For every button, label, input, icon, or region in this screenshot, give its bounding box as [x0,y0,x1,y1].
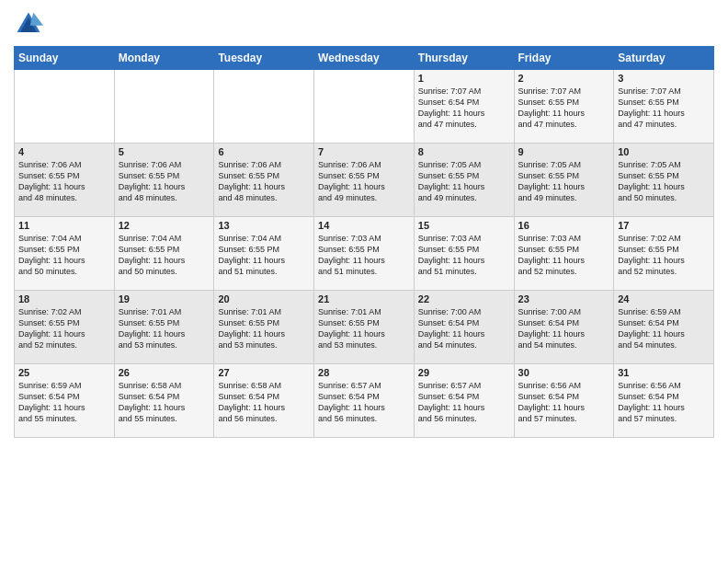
day-info: Sunrise: 7:02 AM Sunset: 6:55 PM Dayligh… [18,306,110,351]
day-number: 12 [119,220,210,231]
day-cell: 22Sunrise: 7:00 AM Sunset: 6:54 PM Dayli… [414,291,514,364]
day-cell: 23Sunrise: 7:00 AM Sunset: 6:54 PM Dayli… [514,291,614,364]
day-info: Sunrise: 7:04 AM Sunset: 6:55 PM Dayligh… [119,233,210,278]
header-cell-thursday: Thursday [414,47,514,70]
calendar-body: 1Sunrise: 7:07 AM Sunset: 6:54 PM Daylig… [15,70,714,438]
day-cell: 11Sunrise: 7:04 AM Sunset: 6:55 PM Dayli… [15,217,115,291]
day-number: 26 [119,367,210,378]
header-row: SundayMondayTuesdayWednesdayThursdayFrid… [15,47,714,70]
day-info: Sunrise: 6:56 AM Sunset: 6:54 PM Dayligh… [518,380,610,425]
day-number: 19 [119,293,210,304]
logo-icon [14,9,43,39]
logo [14,9,47,39]
week-row-1: 1Sunrise: 7:07 AM Sunset: 6:54 PM Daylig… [15,70,714,144]
day-info: Sunrise: 7:00 AM Sunset: 6:54 PM Dayligh… [518,306,610,351]
day-cell: 21Sunrise: 7:01 AM Sunset: 6:55 PM Dayli… [314,291,415,364]
header-cell-tuesday: Tuesday [214,47,314,70]
day-cell: 31Sunrise: 6:56 AM Sunset: 6:54 PM Dayli… [614,364,714,438]
day-cell: 6Sunrise: 7:06 AM Sunset: 6:55 PM Daylig… [214,144,314,217]
day-cell: 9Sunrise: 7:05 AM Sunset: 6:55 PM Daylig… [514,144,614,217]
day-cell [114,70,214,144]
day-number: 17 [618,220,710,231]
day-cell: 26Sunrise: 6:58 AM Sunset: 6:54 PM Dayli… [114,364,214,438]
day-cell [214,70,314,144]
day-number: 1 [418,73,510,84]
header-cell-saturday: Saturday [614,47,714,70]
day-cell: 12Sunrise: 7:04 AM Sunset: 6:55 PM Dayli… [114,217,214,291]
day-info: Sunrise: 6:59 AM Sunset: 6:54 PM Dayligh… [18,380,110,425]
day-info: Sunrise: 7:05 AM Sunset: 6:55 PM Dayligh… [418,159,510,204]
day-info: Sunrise: 7:05 AM Sunset: 6:55 PM Dayligh… [618,159,710,204]
header [14,9,714,39]
day-info: Sunrise: 6:58 AM Sunset: 6:54 PM Dayligh… [119,380,210,425]
day-cell: 13Sunrise: 7:04 AM Sunset: 6:55 PM Dayli… [214,217,314,291]
day-number: 31 [618,367,710,378]
day-info: Sunrise: 6:56 AM Sunset: 6:54 PM Dayligh… [618,380,710,425]
day-info: Sunrise: 6:58 AM Sunset: 6:54 PM Dayligh… [218,380,310,425]
day-cell: 17Sunrise: 7:02 AM Sunset: 6:55 PM Dayli… [614,217,714,291]
day-cell: 3Sunrise: 7:07 AM Sunset: 6:55 PM Daylig… [614,70,714,144]
day-number: 10 [618,146,710,157]
day-number: 8 [418,146,510,157]
day-info: Sunrise: 7:07 AM Sunset: 6:55 PM Dayligh… [518,86,610,131]
day-number: 22 [418,293,510,304]
day-number: 2 [518,73,610,84]
day-info: Sunrise: 7:04 AM Sunset: 6:55 PM Dayligh… [18,233,110,278]
day-number: 30 [518,367,610,378]
day-cell [15,70,115,144]
day-number: 18 [18,293,110,304]
day-cell: 30Sunrise: 6:56 AM Sunset: 6:54 PM Dayli… [514,364,614,438]
day-cell: 20Sunrise: 7:01 AM Sunset: 6:55 PM Dayli… [214,291,314,364]
day-number: 21 [318,293,410,304]
day-number: 15 [418,220,510,231]
day-cell: 7Sunrise: 7:06 AM Sunset: 6:55 PM Daylig… [314,144,415,217]
page: SundayMondayTuesdayWednesdayThursdayFrid… [0,0,728,563]
day-info: Sunrise: 7:01 AM Sunset: 6:55 PM Dayligh… [318,306,410,351]
day-cell: 10Sunrise: 7:05 AM Sunset: 6:55 PM Dayli… [614,144,714,217]
day-info: Sunrise: 7:01 AM Sunset: 6:55 PM Dayligh… [119,306,210,351]
day-cell [314,70,415,144]
day-info: Sunrise: 7:07 AM Sunset: 6:54 PM Dayligh… [418,86,510,131]
day-info: Sunrise: 7:02 AM Sunset: 6:55 PM Dayligh… [618,233,710,278]
day-number: 5 [119,146,210,157]
day-info: Sunrise: 7:05 AM Sunset: 6:55 PM Dayligh… [518,159,610,204]
day-number: 28 [318,367,410,378]
day-number: 13 [218,220,310,231]
day-cell: 2Sunrise: 7:07 AM Sunset: 6:55 PM Daylig… [514,70,614,144]
header-cell-monday: Monday [114,47,214,70]
day-info: Sunrise: 7:06 AM Sunset: 6:55 PM Dayligh… [318,159,410,204]
day-number: 7 [318,146,410,157]
svg-marker-2 [30,13,43,26]
day-cell: 4Sunrise: 7:06 AM Sunset: 6:55 PM Daylig… [15,144,115,217]
day-number: 4 [18,146,110,157]
day-number: 3 [618,73,710,84]
day-cell: 19Sunrise: 7:01 AM Sunset: 6:55 PM Dayli… [114,291,214,364]
day-number: 23 [518,293,610,304]
week-row-3: 11Sunrise: 7:04 AM Sunset: 6:55 PM Dayli… [15,217,714,291]
day-info: Sunrise: 7:07 AM Sunset: 6:55 PM Dayligh… [618,86,710,131]
day-cell: 5Sunrise: 7:06 AM Sunset: 6:55 PM Daylig… [114,144,214,217]
day-number: 16 [518,220,610,231]
day-info: Sunrise: 7:01 AM Sunset: 6:55 PM Dayligh… [218,306,310,351]
day-number: 14 [318,220,410,231]
day-info: Sunrise: 6:59 AM Sunset: 6:54 PM Dayligh… [618,306,710,351]
day-info: Sunrise: 6:57 AM Sunset: 6:54 PM Dayligh… [318,380,410,425]
day-number: 24 [618,293,710,304]
day-info: Sunrise: 7:04 AM Sunset: 6:55 PM Dayligh… [218,233,310,278]
week-row-5: 25Sunrise: 6:59 AM Sunset: 6:54 PM Dayli… [15,364,714,438]
day-number: 9 [518,146,610,157]
day-info: Sunrise: 7:03 AM Sunset: 6:55 PM Dayligh… [418,233,510,278]
day-info: Sunrise: 7:03 AM Sunset: 6:55 PM Dayligh… [518,233,610,278]
header-cell-wednesday: Wednesday [314,47,415,70]
day-info: Sunrise: 7:06 AM Sunset: 6:55 PM Dayligh… [18,159,110,204]
day-cell: 28Sunrise: 6:57 AM Sunset: 6:54 PM Dayli… [314,364,415,438]
day-cell: 24Sunrise: 6:59 AM Sunset: 6:54 PM Dayli… [614,291,714,364]
day-number: 27 [218,367,310,378]
day-info: Sunrise: 6:57 AM Sunset: 6:54 PM Dayligh… [418,380,510,425]
day-cell: 16Sunrise: 7:03 AM Sunset: 6:55 PM Dayli… [514,217,614,291]
calendar-table: SundayMondayTuesdayWednesdayThursdayFrid… [14,46,714,438]
day-number: 29 [418,367,510,378]
day-cell: 8Sunrise: 7:05 AM Sunset: 6:55 PM Daylig… [414,144,514,217]
day-number: 11 [18,220,110,231]
day-cell: 29Sunrise: 6:57 AM Sunset: 6:54 PM Dayli… [414,364,514,438]
